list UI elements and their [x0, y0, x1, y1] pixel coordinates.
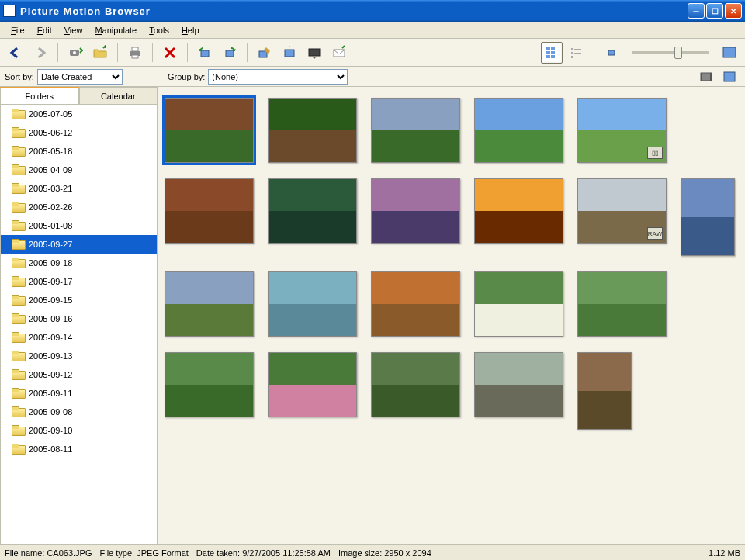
folder-row[interactable]: 2005-09-13	[1, 347, 157, 365]
email-button[interactable]	[328, 42, 350, 64]
status-filename: CA063.JPG	[47, 548, 92, 558]
svg-point-1	[73, 51, 76, 54]
thumbnail[interactable]	[268, 352, 357, 417]
folder-row[interactable]: 2005-09-17	[1, 272, 157, 291]
folder-icon	[12, 351, 24, 361]
rotate-right-button[interactable]	[219, 42, 241, 64]
svg-rect-25	[701, 73, 712, 81]
import-button[interactable]	[64, 42, 86, 64]
statusbar: File name: CA063.JPG File type: JPEG For…	[0, 544, 745, 560]
rotate-left-button[interactable]	[194, 42, 216, 64]
folder-label: 2005-09-08	[29, 407, 72, 417]
group-select[interactable]: (None)	[208, 69, 348, 85]
svg-rect-13	[546, 51, 550, 54]
menu-manipulate[interactable]: Manipulate	[88, 24, 143, 36]
close-button[interactable]: ✕	[725, 3, 742, 19]
thumbnail[interactable]	[268, 98, 357, 163]
zoom-small-icon[interactable]	[601, 42, 622, 64]
menu-tools[interactable]: Tools	[143, 24, 175, 36]
thumbnail-grid[interactable]: ▯▯RAW	[158, 87, 745, 544]
zoom-large-icon[interactable]	[719, 42, 740, 64]
thumbnail[interactable]	[371, 352, 460, 417]
thumbnail[interactable]	[268, 178, 357, 244]
folder-row[interactable]: 2005-04-09	[1, 161, 157, 179]
thumbnail[interactable]	[371, 271, 460, 337]
folder-icon	[12, 183, 24, 194]
thumbnail[interactable]: RAW	[577, 178, 667, 244]
tab-calendar[interactable]: Calendar	[79, 87, 158, 104]
svg-rect-18	[574, 49, 581, 50]
thumbnail-size-slider[interactable]	[632, 51, 709, 54]
open-folder-button[interactable]	[89, 42, 111, 64]
folder-label: 2005-09-11	[29, 389, 72, 398]
main-area: Folders Calendar 2005-07-052005-06-12200…	[0, 87, 745, 544]
folder-label: 2005-08-11	[29, 444, 72, 454]
tab-folders[interactable]: Folders	[0, 87, 79, 104]
slider-thumb[interactable]	[674, 47, 682, 59]
filmstrip-view-button[interactable]	[695, 66, 717, 88]
folder-row[interactable]: 2005-05-18	[1, 142, 157, 161]
delete-button[interactable]	[159, 42, 181, 64]
thumbnail[interactable]	[371, 178, 460, 244]
back-button[interactable]	[5, 42, 26, 64]
folder-row[interactable]: 2005-09-08	[1, 403, 157, 421]
slideshow-button[interactable]	[303, 42, 325, 64]
thumbnail[interactable]	[165, 352, 254, 417]
folder-row[interactable]: 2005-03-21	[1, 179, 157, 198]
folder-row[interactable]: 2005-09-18	[1, 254, 157, 272]
folder-row[interactable]: 2005-09-27	[1, 235, 157, 254]
minimize-button[interactable]: ─	[688, 3, 705, 19]
view-grid-button[interactable]	[541, 42, 563, 64]
thumbnail[interactable]	[474, 271, 563, 337]
folder-row[interactable]: 2005-09-11	[1, 384, 157, 403]
folder-row[interactable]: 2005-07-05	[1, 105, 157, 123]
folder-row[interactable]: 2005-08-11	[1, 440, 157, 458]
thumbnail[interactable]	[474, 178, 563, 244]
folder-row[interactable]: 2005-09-14	[1, 328, 157, 347]
print-button[interactable]	[124, 42, 146, 64]
thumbnail[interactable]	[165, 178, 254, 244]
folder-list[interactable]: 2005-07-052005-06-122005-05-182005-04-09…	[0, 104, 158, 544]
adjust-button[interactable]	[279, 42, 300, 64]
thumb-badge: RAW	[647, 227, 663, 240]
folder-label: 2005-03-21	[29, 184, 72, 193]
folder-row[interactable]: 2005-06-12	[1, 123, 157, 142]
thumbnail[interactable]	[474, 352, 563, 417]
folder-icon	[12, 276, 24, 287]
thumbnail[interactable]	[577, 271, 667, 337]
folder-row[interactable]: 2005-09-15	[1, 291, 157, 309]
folder-label: 2005-06-12	[29, 128, 72, 137]
folder-row[interactable]: 2005-09-16	[1, 309, 157, 328]
folder-row[interactable]: 2005-01-08	[1, 216, 157, 235]
folder-label: 2005-09-13	[29, 351, 72, 361]
thumbnail[interactable]	[474, 98, 563, 163]
folder-icon	[12, 425, 24, 436]
folder-icon	[12, 239, 24, 250]
svg-rect-23	[608, 50, 615, 55]
menu-help[interactable]: Help	[175, 24, 206, 36]
forward-button[interactable]	[29, 42, 51, 64]
edit-button[interactable]	[254, 42, 275, 64]
thumbnail[interactable]	[268, 271, 357, 337]
menu-edit[interactable]: Edit	[31, 24, 58, 36]
sort-label: Sort by:	[5, 72, 34, 81]
svg-rect-28	[724, 72, 735, 81]
thumbnail[interactable]	[577, 352, 632, 430]
folder-row[interactable]: 2005-09-12	[1, 365, 157, 384]
sort-select[interactable]: Date Created	[37, 69, 123, 85]
folder-icon	[12, 202, 24, 213]
thumbnail[interactable]	[165, 98, 254, 163]
thumbnail[interactable]	[681, 178, 735, 256]
single-view-button[interactable]	[719, 66, 740, 88]
sub-toolbar: Sort by: Date Created Group by: (None)	[0, 67, 745, 87]
folder-row[interactable]: 2005-09-10	[1, 421, 157, 440]
view-list-button[interactable]	[566, 42, 587, 64]
thumbnail[interactable]	[165, 271, 254, 337]
folder-row[interactable]: 2005-02-26	[1, 198, 157, 216]
menu-view[interactable]: View	[58, 24, 89, 36]
folder-icon	[12, 127, 24, 138]
maximize-button[interactable]: ☐	[706, 3, 723, 19]
menu-file[interactable]: File	[5, 24, 31, 36]
thumbnail[interactable]	[371, 98, 460, 163]
thumbnail[interactable]: ▯▯	[577, 98, 667, 163]
